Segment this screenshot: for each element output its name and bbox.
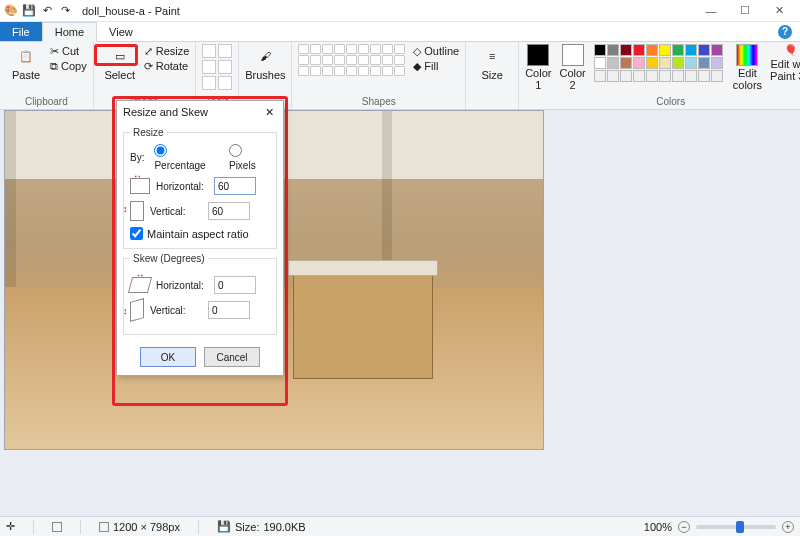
resize-horizontal-input[interactable] [214, 177, 256, 195]
palette-swatch[interactable] [594, 70, 606, 82]
palette-swatch[interactable] [646, 57, 658, 69]
edit-colors-button[interactable]: Edit colors [733, 44, 762, 91]
resize-button[interactable]: ⤢Resize [144, 44, 190, 58]
image-dimensions: 1200 × 798px [99, 521, 180, 533]
ok-button[interactable]: OK [140, 347, 196, 367]
shape-gallery[interactable] [298, 44, 405, 76]
palette-swatch[interactable] [607, 57, 619, 69]
file-size: 💾Size: 190.0KB [217, 520, 306, 533]
palette-swatch[interactable] [659, 57, 671, 69]
app-name: Paint [155, 5, 180, 17]
color2-swatch [562, 44, 584, 66]
palette-swatch[interactable] [672, 57, 684, 69]
maintain-aspect-checkbox[interactable]: Maintain aspect ratio [130, 227, 270, 240]
group-image: ▭ Select ⤢Resize ⟳Rotate Image [94, 42, 197, 109]
color-palette[interactable] [594, 44, 723, 82]
palette-swatch[interactable] [646, 44, 658, 56]
zoom-controls: 100% − + [644, 521, 794, 533]
palette-swatch[interactable] [620, 44, 632, 56]
zoom-slider[interactable] [696, 525, 776, 529]
palette-swatch[interactable] [620, 70, 632, 82]
cut-button[interactable]: ✂Cut [50, 44, 87, 58]
palette-swatch[interactable] [659, 70, 671, 82]
palette-swatch[interactable] [646, 70, 658, 82]
palette-swatch[interactable] [711, 57, 723, 69]
palette-swatch[interactable] [711, 70, 723, 82]
outline-icon: ◇ [413, 45, 421, 58]
group-shapes: ◇Outline ◆Fill Shapes [292, 42, 466, 109]
status-bar: ✛ 1200 × 798px 💾Size: 190.0KB 100% − + [0, 516, 800, 536]
palette-swatch[interactable] [698, 70, 710, 82]
skew-fieldset: Skew (Degrees) ↔ Horizontal: ↕ Vertical: [123, 253, 277, 335]
resize-fieldset: Resize By: Percentage Pixels ↔ Horizonta… [123, 127, 277, 249]
fill-icon: ◆ [413, 60, 421, 73]
palette-swatch[interactable] [633, 70, 645, 82]
group-colors: Color 1 Color 2 Edit colors 🎈 Edit with … [519, 42, 800, 109]
resize-skew-dialog: Resize and Skew ✕ Resize By: Percentage … [116, 100, 284, 376]
rotate-button[interactable]: ⟳Rotate [144, 59, 190, 73]
tab-view[interactable]: View [97, 22, 145, 41]
save-icon[interactable]: 💾 [22, 4, 36, 18]
palette-swatch[interactable] [672, 44, 684, 56]
palette-swatch[interactable] [685, 70, 697, 82]
size-button[interactable]: ≡ Size [472, 44, 512, 81]
brushes-button[interactable]: 🖌 Brushes [245, 44, 285, 81]
maximize-button[interactable]: ☐ [728, 0, 762, 22]
paint3d-button[interactable]: 🎈 Edit with Paint 3D [770, 44, 800, 82]
palette-swatch[interactable] [698, 57, 710, 69]
skew-horizontal-input[interactable] [214, 276, 256, 294]
paste-button[interactable]: 📋 Paste [6, 44, 46, 81]
copy-button[interactable]: ⧉Copy [50, 59, 87, 73]
skew-vertical-input[interactable] [208, 301, 250, 319]
palette-swatch[interactable] [620, 57, 632, 69]
resize-v-icon: ↕ [130, 201, 144, 221]
palette-swatch[interactable] [672, 70, 684, 82]
selection-size [52, 522, 62, 532]
palette-swatch[interactable] [594, 44, 606, 56]
tab-home[interactable]: Home [42, 22, 97, 42]
undo-icon[interactable]: ↶ [40, 4, 54, 18]
palette-swatch[interactable] [698, 44, 710, 56]
close-button[interactable]: ✕ [762, 0, 796, 22]
paint3d-icon: 🎈 [784, 44, 798, 57]
zoom-out-button[interactable]: − [678, 521, 690, 533]
redo-icon[interactable]: ↷ [58, 4, 72, 18]
dialog-titlebar[interactable]: Resize and Skew ✕ [117, 101, 283, 123]
radio-pixels[interactable]: Pixels [229, 144, 270, 171]
palette-swatch[interactable] [685, 57, 697, 69]
group-size: ≡ Size [466, 42, 519, 109]
shape-fill-button[interactable]: ◆Fill [413, 59, 459, 73]
cursor-position: ✛ [6, 520, 15, 533]
dialog-close-icon[interactable]: ✕ [261, 106, 277, 119]
minimize-button[interactable]: — [694, 0, 728, 22]
palette-swatch[interactable] [607, 44, 619, 56]
color2-button[interactable]: Color 2 [559, 44, 585, 91]
palette-swatch[interactable] [633, 44, 645, 56]
cancel-button[interactable]: Cancel [204, 347, 260, 367]
color1-button[interactable]: Color 1 [525, 44, 551, 91]
resize-vertical-input[interactable] [208, 202, 250, 220]
window-controls: — ☐ ✕ [694, 0, 796, 22]
zoom-in-button[interactable]: + [782, 521, 794, 533]
shape-outline-button[interactable]: ◇Outline [413, 44, 459, 58]
ribbon-tabs: File Home View ? [0, 22, 800, 42]
window-title: doll_house-a - Paint [82, 5, 180, 17]
help-button[interactable]: ? [770, 22, 800, 41]
rotate-icon: ⟳ [144, 60, 153, 73]
app-icon: 🎨 [4, 4, 18, 18]
tool-grid[interactable] [202, 44, 232, 90]
select-button[interactable]: ▭ Select [100, 44, 140, 81]
color1-swatch [527, 44, 549, 66]
palette-swatch[interactable] [659, 44, 671, 56]
selection-icon [52, 522, 62, 532]
palette-swatch[interactable] [711, 44, 723, 56]
palette-swatch[interactable] [685, 44, 697, 56]
palette-swatch[interactable] [594, 57, 606, 69]
radio-percentage[interactable]: Percentage [154, 144, 219, 171]
document-name: doll_house-a [82, 5, 145, 17]
palette-swatch[interactable] [633, 57, 645, 69]
zoom-level: 100% [644, 521, 672, 533]
skew-v-icon: ↕ [130, 298, 144, 322]
tab-file[interactable]: File [0, 22, 42, 41]
palette-swatch[interactable] [607, 70, 619, 82]
